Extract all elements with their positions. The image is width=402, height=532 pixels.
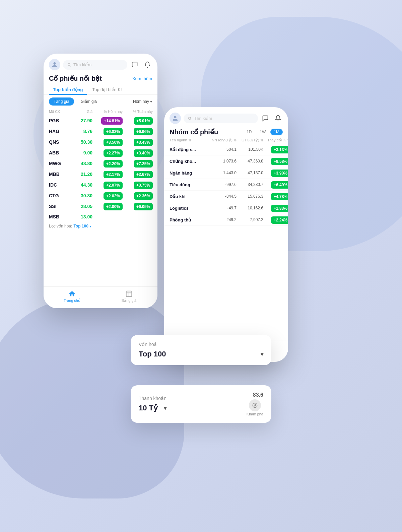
group-nn-rong: -344.5 [210,194,237,199]
bell-icon-right[interactable] [273,114,283,123]
group-nn-rong: -49.7 [210,206,237,210]
stock-code: ABB [49,150,72,155]
filter-pills: Tăng giá Giảm giá [49,97,102,106]
group-row[interactable]: Logistics -49.7 10,162.6 +1.83% [164,202,288,214]
stock-week: +6.05% [123,203,153,209]
chevron-down-icon-1: ▾ [261,351,263,357]
date-filter[interactable]: Hôm nay ▾ [133,99,152,104]
stock-row-msb[interactable]: MSB 13.00 [44,212,157,222]
stock-code: HAG [49,129,72,134]
group-row[interactable]: Chứng kho... 1,073.6 47,360.8 +9.58% [164,155,288,167]
group-row[interactable]: Dầu khí -344.5 15,676.3 +4.78% [164,191,288,202]
group-name: Phòng thủ [170,217,210,222]
header-icons-left [130,60,152,69]
stock-price: 28.05 [72,204,92,209]
stock-row[interactable]: PGB 27.90 +14.81% +5.01% [44,115,157,126]
phone-right: Tìm kiếm Nhóm cổ phiếu 1D 1W 1M Tên ngàn… [164,107,288,362]
group-name: Logistics [170,206,210,211]
avatar-right[interactable] [170,113,181,124]
kham-pha-section[interactable]: Khám phá [247,399,263,416]
phone-right-header: Tìm kiếm [164,107,288,127]
section-title-text-left: Cổ phiếu nổi bật [49,74,102,82]
stock-code: QNS [49,139,72,145]
group-list: Bất động s... 504.1 101.50K +3.13% Chứng… [164,144,288,226]
stock-row[interactable]: QNS 50.30 +3.50% +3.43% [44,137,157,147]
tab-top-bien-dong[interactable]: Top biến động [49,85,87,95]
filter-card-title-1: Vốn hoá [139,342,263,347]
tabs-left: Top biến động Top đột biến KL [44,83,157,95]
group-row[interactable]: Ngân hàng -1,443.0 47,137.0 +3.90% [164,167,288,179]
chat-icon-left[interactable] [130,60,139,69]
period-1d[interactable]: 1D [243,129,255,135]
svg-rect-0 [126,291,132,297]
filter-card-thanh-khoan: Thanh khoản 10 Tỷ ▾ 83.6 Khám phá [131,385,271,423]
section-title-right: Nhóm cổ phiếu 1D 1W 1M [164,127,288,137]
nav-bang-gia[interactable]: Bảng giá [100,290,157,305]
period-1m[interactable]: 1M [270,129,283,135]
period-1w[interactable]: 1W [256,129,269,135]
filter-card-value-2[interactable]: 10 Tỷ ▾ [139,404,166,412]
stock-row[interactable]: CTG 30.30 +2.02% +2.36% [44,190,157,201]
search-bar-right[interactable]: Tìm kiếm [184,114,258,123]
gcol-nn-rong: NN ròng(Tỷ) ⇅ [210,138,237,142]
group-row[interactable]: Bất động s... 504.1 101.50K +3.13% [164,144,288,155]
pill-giam-gia[interactable]: Giảm giá [76,97,102,106]
stock-code: IDC [49,182,72,188]
group-nn-rong: 504.1 [210,147,237,152]
stock-week: +5.01% [123,118,153,124]
group-gtgd: 7,907.2 [237,217,263,222]
loc-row[interactable]: Lọc vốn hoá: Top 100 ▾ [44,222,157,231]
avatar-left[interactable] [49,59,60,70]
group-gtgd: 101.50K [237,147,263,152]
stock-list: PGB 27.90 +14.81% +5.01% HAG 8.76 +6.83%… [44,115,157,222]
stock-row[interactable]: MWG 48.80 +2.20% +7.25% [44,158,157,169]
stock-row[interactable]: SSI 28.05 +2.00% +6.05% [44,201,157,212]
search-bar-left[interactable]: Tìm kiếm [63,60,127,70]
stock-today: +2.17% [92,171,123,177]
stock-price: 27.90 [72,118,92,123]
group-name: Ngân hàng [170,171,210,176]
col-ma-ck: Mã CK [49,110,72,114]
stock-price: 30.30 [72,193,92,198]
stock-row[interactable]: IDC 44.30 +2.07% +3.75% [44,180,157,190]
bell-icon-left[interactable] [143,60,152,69]
group-change: +2.24% [263,217,288,223]
stock-code: MBB [49,172,72,177]
stock-row[interactable]: ABB 9.00 +2.27% +3.40% [44,147,157,158]
group-row[interactable]: Phòng thủ -249.2 7,907.2 +2.24% [164,214,288,226]
stock-today: +2.00% [92,203,123,209]
period-buttons: 1D 1W 1M [243,129,283,135]
kham-pha-label-2: Khám phá [247,412,263,416]
stock-price: 9.00 [72,150,92,155]
group-change: +9.58% [263,158,288,164]
loc-chevron: ▾ [90,224,91,228]
group-change: +1.83% [263,205,288,211]
stock-week: +3.67% [123,171,153,177]
gcol-thay-doi: Thay đổi % ⇅ [263,138,288,142]
group-gtgd: 47,360.8 [237,159,263,163]
stock-row[interactable]: HAG 8.76 +6.83% +6.96% [44,126,157,137]
stock-week: +7.25% [123,160,153,167]
tab-top-dot-bien[interactable]: Top đột biến KL [88,85,127,95]
stock-code: MWG [49,161,72,166]
filter-card-2-right: 83.6 Khám phá [247,392,263,416]
stock-row[interactable]: MBB 21.20 +2.17% +3.67% [44,169,157,180]
pill-tang-gia[interactable]: Tăng giá [49,97,74,106]
nav-trang-chu[interactable]: Trang chủ [44,290,100,305]
stock-today: +2.07% [92,182,123,188]
chat-icon-right[interactable] [261,114,270,123]
group-name: Chứng kho... [170,159,210,164]
see-more-left[interactable]: Xem thêm [132,76,152,81]
stock-price: 48.80 [72,161,92,166]
svg-point-5 [253,403,257,407]
group-row[interactable]: Tiêu dùng -997.6 34,230.7 +6.49% [164,179,288,191]
stock-price: 50.30 [72,139,92,145]
filter-card-value-1[interactable]: Top 100 ▾ [139,350,263,358]
filter-right-value: 83.6 [253,392,263,398]
phone-left-header: Tìm kiếm [44,54,157,73]
table-header-left: Mã CK Giá % Hôm nay % Tuần này [44,108,157,115]
bottom-nav-left: Trang chủ Bảng giá [44,286,157,308]
loc-text: Lọc vốn hoá: [49,224,72,228]
stock-today: +3.50% [92,139,123,145]
stock-price: 8.76 [72,129,92,134]
